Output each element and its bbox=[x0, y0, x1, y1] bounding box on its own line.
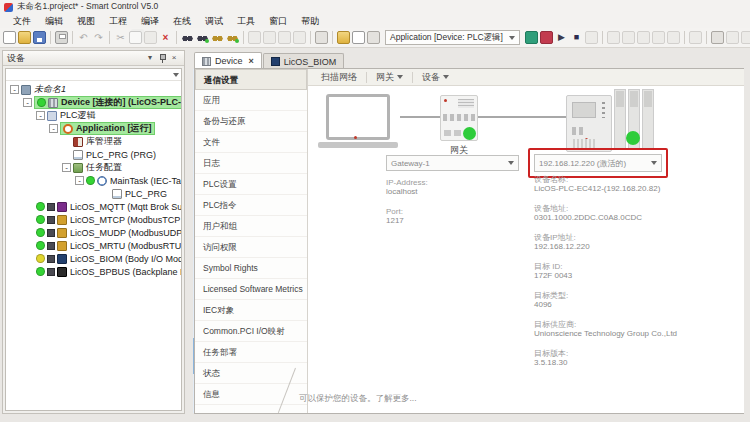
menu-debug[interactable]: 调试 bbox=[198, 14, 230, 29]
nav-common-pci-io-mapping[interactable]: Common.PCI I/O映射 bbox=[195, 321, 307, 342]
nav-access-rights[interactable]: 访问权限 bbox=[195, 237, 307, 258]
find-icon[interactable] bbox=[181, 31, 194, 44]
collapse-icon[interactable]: - bbox=[10, 85, 19, 94]
tree-item-maintask[interactable]: - MainTask (IEC-Tasks) bbox=[6, 174, 181, 187]
gateway-select[interactable]: Gateway-1 bbox=[386, 155, 519, 171]
tree-item-licos-bpbus[interactable]: LicOS_BPBUS (Backplane Bus) bbox=[6, 265, 181, 278]
tree-item-label: LicOS_MUDP (ModbusUDP Device) bbox=[70, 228, 182, 238]
step-over-icon[interactable] bbox=[607, 31, 620, 44]
tab-device[interactable]: Device × bbox=[194, 52, 262, 69]
menu-build[interactable]: 编译 bbox=[134, 14, 166, 29]
protect-device-link[interactable]: 可以保护您的设备。了解更多... bbox=[299, 393, 417, 405]
menu-view[interactable]: 视图 bbox=[70, 14, 102, 29]
gateway-menu-button[interactable]: 网关 bbox=[371, 71, 408, 84]
undo-icon[interactable]: ↶ bbox=[77, 31, 90, 44]
tree-item-project[interactable]: - 未命名1 bbox=[6, 83, 181, 96]
add-object-icon[interactable] bbox=[352, 31, 365, 44]
device-menu-button[interactable]: 设备 bbox=[417, 71, 454, 84]
breakpoint-icon[interactable] bbox=[689, 31, 702, 44]
menu-help[interactable]: 帮助 bbox=[294, 14, 326, 29]
redo-icon[interactable]: ↷ bbox=[92, 31, 105, 44]
print-icon[interactable] bbox=[55, 31, 68, 44]
panel-chevron-down-icon[interactable]: ▾ bbox=[144, 52, 156, 64]
active-application-selector[interactable]: Application [Device: PLC逻辑] bbox=[385, 30, 520, 45]
nav-information[interactable]: 信息 bbox=[195, 384, 307, 405]
collapse-icon[interactable]: - bbox=[49, 124, 58, 133]
collapse-icon[interactable]: - bbox=[23, 98, 32, 107]
menu-file[interactable]: 文件 bbox=[6, 14, 38, 29]
panel-pin-icon[interactable] bbox=[156, 52, 168, 64]
tree-item-maintask-prg[interactable]: PLC_PRG bbox=[6, 187, 181, 200]
build-icon[interactable] bbox=[315, 31, 328, 44]
find-next-icon[interactable] bbox=[196, 31, 209, 44]
library-icon[interactable] bbox=[337, 31, 350, 44]
cross-reference-icon[interactable] bbox=[741, 31, 750, 44]
new-file-icon[interactable] bbox=[3, 31, 16, 44]
tree-item-licos-mudp[interactable]: LicOS_MUDP (ModbusUDP Device) bbox=[6, 226, 181, 239]
device-select[interactable]: 192.168.12.220 (激活的) bbox=[534, 154, 662, 172]
menu-edit[interactable]: 编辑 bbox=[38, 14, 70, 29]
replace-all-icon[interactable] bbox=[226, 31, 239, 44]
nav-applications[interactable]: 应用 bbox=[195, 90, 307, 111]
tree-item-licos-mrtu[interactable]: LicOS_MRTU (ModbusRTU Device) bbox=[6, 239, 181, 252]
step-into-icon[interactable] bbox=[622, 31, 635, 44]
tab-licos-biom[interactable]: LicOS_BIOM bbox=[263, 53, 345, 69]
logout-icon[interactable] bbox=[540, 31, 553, 44]
collapse-icon[interactable]: - bbox=[62, 163, 71, 172]
open-project-icon[interactable] bbox=[18, 31, 31, 44]
reset-icon[interactable] bbox=[667, 31, 680, 44]
body-io-module-icon bbox=[57, 254, 67, 264]
stop-icon[interactable]: ■ bbox=[570, 31, 583, 44]
menu-tools[interactable]: 工具 bbox=[230, 14, 262, 29]
nav-licensed-software-metrics[interactable]: Licensed Software Metrics bbox=[195, 279, 307, 300]
bookmark-next-icon[interactable] bbox=[278, 31, 291, 44]
delete-icon[interactable]: × bbox=[159, 31, 172, 44]
nav-files[interactable]: 文件 bbox=[195, 132, 307, 153]
replace-icon[interactable] bbox=[211, 31, 224, 44]
tree-item-application[interactable]: - Application [运行] bbox=[6, 122, 181, 135]
nav-plc-shell[interactable]: PLC指令 bbox=[195, 195, 307, 216]
tree-item-licos-mtcp[interactable]: LicOS_MTCP (ModbusTCP Device) bbox=[6, 213, 181, 226]
collapse-icon[interactable]: - bbox=[36, 111, 45, 120]
bookmark-clear-icon[interactable] bbox=[293, 31, 306, 44]
update-device-icon[interactable] bbox=[367, 31, 380, 44]
tree-item-licos-mqtt[interactable]: LicOS_MQTT (Mqtt Brok Sub Pub) bbox=[6, 200, 181, 213]
tab-close-icon[interactable]: × bbox=[249, 56, 254, 66]
device-menu-label: 设备 bbox=[422, 71, 440, 84]
nav-backup-restore[interactable]: 备份与还原 bbox=[195, 111, 307, 132]
single-cycle-icon[interactable] bbox=[585, 31, 598, 44]
tree-item-plc-logic[interactable]: - PLC逻辑 bbox=[6, 109, 181, 122]
window-grid-icon[interactable] bbox=[711, 31, 724, 44]
paste-icon[interactable] bbox=[144, 31, 157, 44]
nav-plc-settings[interactable]: PLC设置 bbox=[195, 174, 307, 195]
panel-close-icon[interactable]: × bbox=[168, 52, 180, 64]
tree-filter-dropdown[interactable] bbox=[6, 69, 181, 81]
watch-window-icon[interactable] bbox=[726, 31, 739, 44]
tree-item-licos-biom[interactable]: LicOS_BIOM (Body I/O Module) bbox=[6, 252, 181, 265]
step-out-icon[interactable] bbox=[637, 31, 650, 44]
nav-task-deployment[interactable]: 任务部署 bbox=[195, 342, 307, 363]
title-bar: 未命名1.project* - Smart Control V5.0 bbox=[0, 0, 750, 14]
menu-online[interactable]: 在线 bbox=[166, 14, 198, 29]
login-icon[interactable] bbox=[525, 31, 538, 44]
run-to-cursor-icon[interactable] bbox=[652, 31, 665, 44]
nav-iec-objects[interactable]: IEC对象 bbox=[195, 300, 307, 321]
nav-log[interactable]: 日志 bbox=[195, 153, 307, 174]
nav-symbol-rights[interactable]: Symbol Rights bbox=[195, 258, 307, 279]
menu-window[interactable]: 窗口 bbox=[262, 14, 294, 29]
save-icon[interactable] bbox=[33, 31, 46, 44]
copy-icon[interactable] bbox=[129, 31, 142, 44]
tree-item-library-manager[interactable]: 库管理器 bbox=[6, 135, 181, 148]
menu-project[interactable]: 工程 bbox=[102, 14, 134, 29]
bookmark-prev-icon[interactable] bbox=[263, 31, 276, 44]
tree-item-task-config[interactable]: - 任务配置 bbox=[6, 161, 181, 174]
run-icon[interactable]: ▶ bbox=[555, 31, 568, 44]
tree-item-plc-prg[interactable]: PLC_PRG (PRG) bbox=[6, 148, 181, 161]
nav-users-groups[interactable]: 用户和组 bbox=[195, 216, 307, 237]
scan-network-button[interactable]: 扫描网络 bbox=[316, 71, 362, 84]
collapse-icon[interactable]: - bbox=[75, 176, 84, 185]
cut-icon[interactable]: ✂ bbox=[114, 31, 127, 44]
tree-item-device[interactable]: - Device [连接的] (LicOS-PLC-EC412) bbox=[6, 96, 181, 109]
bookmark-toggle-icon[interactable] bbox=[248, 31, 261, 44]
nav-communication-settings[interactable]: 通信设置 bbox=[195, 69, 307, 90]
